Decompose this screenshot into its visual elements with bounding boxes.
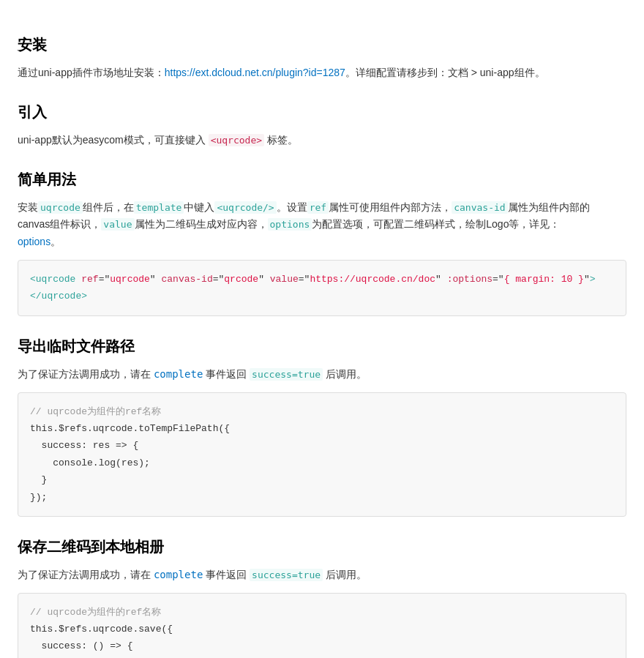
import-section: 引入 uni-app默认为easycom模式，可直接键入 <uqrcode> 标… <box>18 100 626 149</box>
install-text-before: 通过uni-app插件市场地址安装： <box>18 67 165 78</box>
code-attr-options: :options <box>447 274 493 285</box>
export-path-code-block: // uqrcode为组件的ref名称 this.$refs.uqrcode.t… <box>18 392 626 517</box>
simple-usage-title: 简单用法 <box>18 167 626 192</box>
code-attr-value: value <box>270 274 299 285</box>
simple-usage-code-block: <uqrcode ref="uqrcode" canvas-id="qrcode… <box>18 260 626 316</box>
ep-line6: }); <box>30 489 614 506</box>
ep-text-before: 为了保证方法调用成功，请在 <box>18 368 151 380</box>
import-text-after: 标签。 <box>267 134 298 146</box>
code-tag-open: <uqrcode <box>30 274 75 285</box>
ep-code1: complete <box>154 368 203 380</box>
save-album-paragraph: 为了保证方法调用成功，请在 complete 事件返回 success=true… <box>18 567 626 584</box>
code-attr-ref: ref <box>81 274 98 285</box>
sa-code2: success=true <box>250 569 323 581</box>
import-text-before: uni-app默认为easycom模式，可直接键入 <box>18 134 206 146</box>
ep-code2: success=true <box>250 368 323 381</box>
sa-line2: this.$refs.uqrcode.save({ <box>30 621 614 638</box>
ep-line2: this.$refs.uqrcode.toTempFilePath({ <box>30 420 614 437</box>
install-section: 安装 通过uni-app插件市场地址安装：https://ext.dcloud.… <box>18 32 626 82</box>
install-title: 安装 <box>18 32 626 57</box>
import-title: 引入 <box>18 100 626 124</box>
save-album-code-block: // uqrcode为组件的ref名称 this.$refs.uqrcode.s… <box>18 593 626 658</box>
ep-line4: console.log(res); <box>30 455 614 471</box>
sa-line3: success: () => { <box>30 638 614 654</box>
sa-text-before: 为了保证方法调用成功，请在 <box>18 569 151 580</box>
ep-line1: // uqrcode为组件的ref名称 <box>30 403 614 420</box>
sa-text2: 后调用。 <box>326 569 367 580</box>
ep-text2: 后调用。 <box>326 368 367 380</box>
install-paragraph: 通过uni-app插件市场地址安装：https://ext.dcloud.net… <box>18 64 626 82</box>
ep-text1: 事件返回 <box>206 368 247 380</box>
export-path-title: 导出临时文件路径 <box>18 334 626 359</box>
ep-line5: } <box>30 471 614 488</box>
sa-code1: complete <box>154 569 203 580</box>
sa-line1: // uqrcode为组件的ref名称 <box>30 604 614 621</box>
simple-usage-section: 简单用法 安装uqrcode组件后，在template中键入<uqrcode/>… <box>18 167 626 316</box>
ep-line3: success: res => { <box>30 437 614 454</box>
sa-text1: 事件返回 <box>206 569 247 580</box>
import-code: <uqrcode> <box>209 134 264 146</box>
code-attr-canvas-id: canvas-id <box>161 274 212 285</box>
simple-usage-paragraph: 安装uqrcode组件后，在template中键入<uqrcode/>。设置re… <box>18 199 626 251</box>
sa-line4: uni.showToast({ <box>30 655 614 658</box>
export-path-section: 导出临时文件路径 为了保证方法调用成功，请在 complete 事件返回 suc… <box>18 334 626 517</box>
su-options-link[interactable]: options <box>18 236 50 247</box>
install-text-after: 。详细配置请移步到：文档 > uni-app组件。 <box>345 67 545 78</box>
export-path-paragraph: 为了保证方法调用成功，请在 complete 事件返回 success=true… <box>18 366 626 384</box>
save-album-title: 保存二维码到本地相册 <box>18 534 626 559</box>
save-album-section: 保存二维码到本地相册 为了保证方法调用成功，请在 complete 事件返回 s… <box>18 534 626 658</box>
install-link[interactable]: https://ext.dcloud.net.cn/plugin?id=1287 <box>165 67 345 78</box>
import-paragraph: uni-app默认为easycom模式，可直接键入 <uqrcode> 标签。 <box>18 132 626 149</box>
